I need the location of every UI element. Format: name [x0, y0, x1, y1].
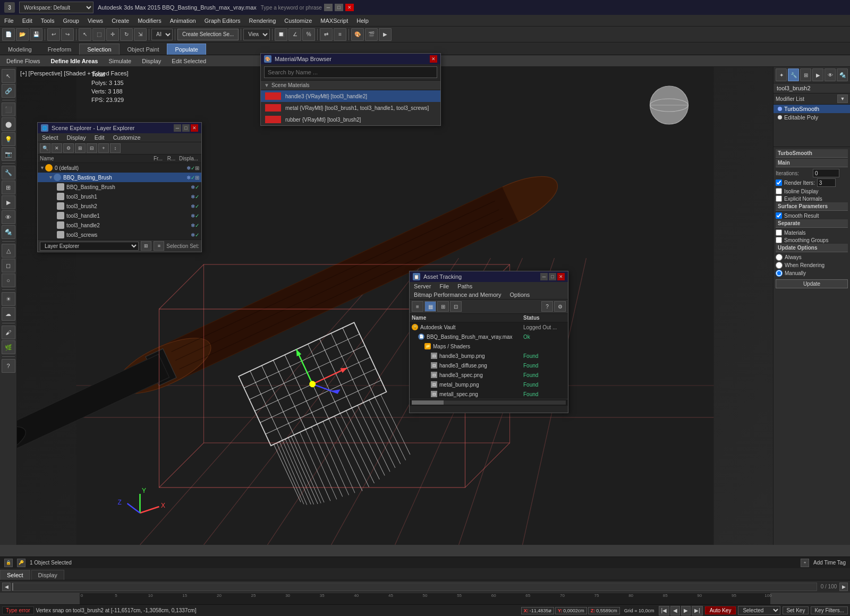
- scale-btn[interactable]: ⇲: [134, 28, 147, 41]
- asset-menu-file[interactable]: File: [435, 282, 453, 290]
- asset-row-handle3diffuse[interactable]: 🖼 handle3_diffuse.png Found: [410, 361, 568, 370]
- menu-customize[interactable]: Customize: [280, 15, 316, 26]
- explorer-new-layer-btn[interactable]: +: [98, 143, 109, 153]
- new-scene-btn[interactable]: 📄: [2, 28, 15, 41]
- asset-row-metalbump[interactable]: 🖼 metal_bump.png Found: [410, 380, 568, 389]
- key-filters-button[interactable]: Key Filters...: [811, 606, 848, 614]
- tree-item-bbq-layer[interactable]: ▼ BBQ_Basting_Brush ❄ ✓ ⊞: [38, 173, 201, 182]
- isoline-checkbox[interactable]: [776, 188, 782, 194]
- modifier-list-dropdown[interactable]: ▼: [837, 95, 848, 103]
- minimize-button[interactable]: ─: [324, 4, 333, 11]
- left-cloud-btn[interactable]: ☁: [2, 307, 15, 321]
- utilities-tab-icon[interactable]: 🔩: [837, 69, 848, 81]
- explorer-menu-select[interactable]: Select: [38, 133, 63, 142]
- hierarchy-tab-icon[interactable]: ⊞: [800, 69, 811, 81]
- left-motion-btn[interactable]: ▶: [2, 195, 15, 209]
- tab-selection[interactable]: Selection: [79, 44, 119, 55]
- asset-menu-options[interactable]: Options: [505, 290, 534, 299]
- material-search-input[interactable]: [264, 66, 437, 78]
- left-hierarchy-btn[interactable]: ⊞: [2, 181, 15, 194]
- tab-populate[interactable]: Populate: [167, 44, 206, 55]
- asset-tool-list[interactable]: ≡: [412, 301, 423, 312]
- modifier-turbosmooth[interactable]: TurboSmooth: [774, 105, 850, 113]
- scene-explorer-minimize[interactable]: ─: [174, 124, 181, 132]
- mirror-btn[interactable]: ⇄: [320, 28, 333, 41]
- left-modify-btn[interactable]: 🔧: [2, 166, 15, 179]
- tree-item-brush2[interactable]: tool3_brush2 ❄ ✓: [38, 201, 201, 211]
- left-sphere-btn[interactable]: ○: [2, 273, 15, 287]
- asset-tool-large[interactable]: ⊡: [450, 301, 462, 312]
- explorer-type-dropdown[interactable]: Layer Explorer: [40, 242, 139, 251]
- explicit-normals-checkbox[interactable]: [776, 195, 782, 202]
- key-prev-btn[interactable]: |◀: [659, 606, 670, 615]
- asset-scrollbar[interactable]: [410, 399, 568, 405]
- modify-tab-icon[interactable]: 🔧: [788, 69, 799, 81]
- explorer-clear-btn[interactable]: ✕: [52, 143, 62, 153]
- always-radio[interactable]: [776, 254, 783, 261]
- asset-tool-detail[interactable]: ▦: [424, 301, 436, 312]
- menu-modifiers[interactable]: Modifiers: [133, 15, 166, 26]
- menu-maxscript[interactable]: MAXScript: [316, 15, 352, 26]
- menu-rendering[interactable]: Rendering: [245, 15, 280, 26]
- auto-key-button[interactable]: Auto Key: [705, 606, 736, 614]
- modifier-editable-poly[interactable]: Editable Poly: [774, 113, 850, 122]
- tab-select[interactable]: Select: [0, 570, 30, 580]
- asset-tracking-minimize[interactable]: ─: [540, 273, 548, 280]
- asset-row-handle3spec[interactable]: 🖼 handle3_spec.png Found: [410, 370, 568, 380]
- view-dropdown[interactable]: View: [243, 29, 270, 40]
- asset-tool-icons[interactable]: ⊞: [437, 301, 449, 312]
- status-icon-add-time[interactable]: +: [801, 559, 809, 567]
- select-btn[interactable]: ↖: [79, 28, 91, 41]
- mat-item-metal[interactable]: metal {VRayMtl} [tool3_brush1, tool3_han…: [261, 102, 440, 114]
- material-browser-titlebar[interactable]: 🎨 Material/Map Browser ✕: [261, 54, 440, 64]
- create-selection-button[interactable]: Create Selection Se...: [177, 29, 239, 40]
- time-next-btn[interactable]: ▶: [839, 583, 848, 591]
- tree-item-brush1[interactable]: tool3_brush1 ❄ ✓: [38, 192, 201, 201]
- scene-explorer-close[interactable]: ✕: [191, 124, 198, 132]
- smoothing-groups-checkbox[interactable]: [776, 237, 782, 243]
- asset-tool-help[interactable]: ?: [541, 301, 553, 312]
- play-btn[interactable]: ▶: [681, 606, 691, 615]
- left-box-btn[interactable]: ◻: [2, 259, 15, 272]
- menu-file[interactable]: File: [0, 15, 18, 26]
- status-icon-key[interactable]: 🔑: [17, 559, 26, 567]
- mat-item-handle3[interactable]: handle3 {VRayMtl} [tool3_handle2]: [261, 90, 440, 102]
- motion-tab-icon[interactable]: ▶: [812, 69, 823, 81]
- asset-menu-bitmap[interactable]: Bitmap Performance and Memory: [410, 290, 505, 299]
- material-editor-btn[interactable]: 🎨: [351, 28, 364, 41]
- sub-display[interactable]: Display: [140, 57, 163, 65]
- asset-row-metallspec[interactable]: 🖼 metall_spec.png Found: [410, 389, 568, 399]
- menu-edit[interactable]: Edit: [18, 15, 37, 26]
- timeline-track[interactable]: [12, 583, 817, 591]
- asset-row-handle3bump[interactable]: 🖼 handle3_bump.png Found: [410, 351, 568, 361]
- search-box[interactable]: Type a keyword or phrase: [261, 5, 322, 11]
- menu-animation[interactable]: Animation: [166, 15, 200, 26]
- align-btn[interactable]: ≡: [334, 28, 346, 41]
- asset-tracking-maximize[interactable]: □: [549, 273, 556, 280]
- left-link-btn[interactable]: 🔗: [2, 84, 15, 98]
- tree-item-bbq-object[interactable]: BBQ_Basting_Brush ❄ ✓: [38, 182, 201, 192]
- explorer-collapse-btn[interactable]: ⊟: [87, 143, 97, 153]
- explorer-footer-btn1[interactable]: ⊞: [141, 241, 151, 251]
- menu-graph-editors[interactable]: Graph Editors: [200, 15, 245, 26]
- snap-btn[interactable]: 🔲: [275, 28, 287, 41]
- left-paint-btn[interactable]: 🖌: [2, 326, 15, 339]
- select-region-btn[interactable]: ⬚: [92, 28, 105, 41]
- move-btn[interactable]: ✛: [106, 28, 119, 41]
- open-btn[interactable]: 📂: [16, 28, 29, 41]
- left-utility-btn[interactable]: 🔩: [2, 225, 15, 239]
- filter-dropdown[interactable]: All: [151, 29, 173, 40]
- left-grass-btn[interactable]: 🌿: [2, 340, 15, 354]
- tab-modeling[interactable]: Modeling: [0, 44, 40, 55]
- time-prev-btn[interactable]: ◀: [2, 583, 11, 591]
- tree-item-handle2[interactable]: tool3_handle2 ❄ ✓: [38, 220, 201, 230]
- display-tab-icon[interactable]: 👁: [824, 69, 836, 81]
- set-key-button[interactable]: Set Key: [783, 606, 809, 614]
- left-camera-btn[interactable]: 📷: [2, 147, 15, 161]
- material-browser-close[interactable]: ✕: [430, 55, 437, 63]
- selected-dropdown[interactable]: Selected: [738, 606, 780, 615]
- explorer-footer-btn2[interactable]: ≡: [154, 241, 164, 251]
- left-cylinder-btn[interactable]: ⬤: [2, 117, 15, 131]
- menu-views[interactable]: Views: [83, 15, 107, 26]
- sub-simulate[interactable]: Simulate: [106, 57, 133, 65]
